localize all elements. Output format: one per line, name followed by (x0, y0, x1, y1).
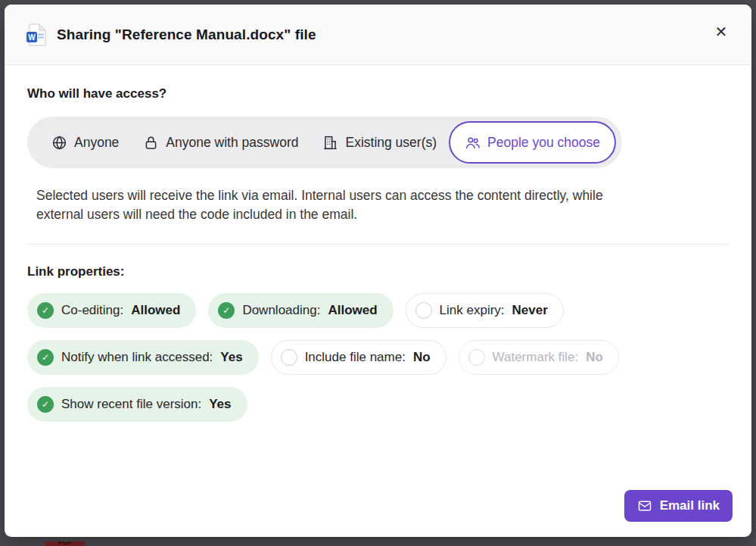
access-option-label: People you choose (487, 135, 600, 151)
globe-icon (51, 135, 67, 151)
check-circle-icon (218, 302, 235, 319)
access-description: Selected users will receive the link via… (36, 186, 653, 224)
svg-text:W: W (28, 33, 36, 41)
link-properties-list: Co-editing: Allowed Downloading: Allowed… (27, 293, 729, 422)
empty-circle-icon (281, 349, 297, 366)
envelope-icon (637, 498, 652, 513)
pill-co-editing[interactable]: Co-editing: Allowed (27, 293, 196, 328)
check-circle-icon (37, 349, 54, 366)
email-link-label: Email link (660, 498, 720, 513)
section-divider (27, 244, 729, 245)
building-icon (322, 135, 338, 151)
check-circle-icon (37, 396, 54, 413)
people-icon (465, 135, 481, 151)
lock-icon (143, 135, 159, 151)
word-document-icon: W (26, 23, 46, 46)
property-value: Yes (209, 397, 231, 412)
property-value: Yes (220, 350, 242, 365)
close-icon[interactable]: ✕ (709, 20, 733, 44)
link-properties-heading: Link properties: (27, 264, 729, 279)
property-value: No (586, 350, 603, 365)
check-circle-icon (37, 302, 54, 319)
access-heading: Who will have access? (27, 86, 729, 101)
access-option-anyone-with-password[interactable]: Anyone with password (131, 121, 310, 164)
pill-watermark-file[interactable]: Watermark file: No (459, 340, 619, 375)
access-option-label: Existing user(s) (345, 135, 437, 151)
access-option-people-you-choose[interactable]: People you choose (449, 121, 616, 164)
property-label: Downloading: (242, 303, 320, 318)
pill-show-recent-file-version[interactable]: Show recent file version: Yes (27, 387, 247, 422)
dialog-header: W Sharing "Reference Manual.docx" file ✕ (5, 5, 751, 65)
property-label: Co-editing: (61, 303, 123, 318)
access-segmented-control: Anyone Anyone with password (27, 117, 622, 168)
property-value: Allowed (328, 303, 377, 318)
sharing-dialog: W Sharing "Reference Manual.docx" file ✕… (5, 5, 751, 537)
property-label: Watermark file: (493, 350, 579, 365)
dialog-footer: Email link (5, 490, 751, 537)
property-label: Notify when link accessed: (61, 350, 213, 365)
pill-downloading[interactable]: Downloading: Allowed (208, 293, 393, 328)
empty-circle-icon (468, 349, 485, 366)
access-option-anyone[interactable]: Anyone (39, 121, 131, 164)
property-label: Include file name: (305, 350, 406, 365)
property-value: Never (512, 303, 548, 318)
property-value: Allowed (131, 303, 180, 318)
dialog-title: Sharing "Reference Manual.docx" file (57, 27, 316, 43)
pill-notify-when-link-accessed[interactable]: Notify when link accessed: Yes (27, 340, 259, 375)
pill-link-expiry[interactable]: Link expiry: Never (406, 293, 564, 328)
empty-circle-icon (415, 302, 432, 319)
access-option-label: Anyone with password (166, 135, 298, 151)
access-option-label: Anyone (74, 135, 119, 151)
pill-include-file-name[interactable]: Include file name: No (271, 340, 446, 375)
email-link-button[interactable]: Email link (624, 490, 733, 522)
property-value: No (413, 350, 431, 365)
property-label: Show recent file version: (61, 397, 201, 412)
background-pdf-file-peek: PDF (45, 541, 85, 546)
dialog-body: Who will have access? Anyone (5, 65, 751, 490)
access-option-existing-users[interactable]: Existing user(s) (310, 121, 449, 164)
property-label: Link expiry: (440, 303, 505, 318)
